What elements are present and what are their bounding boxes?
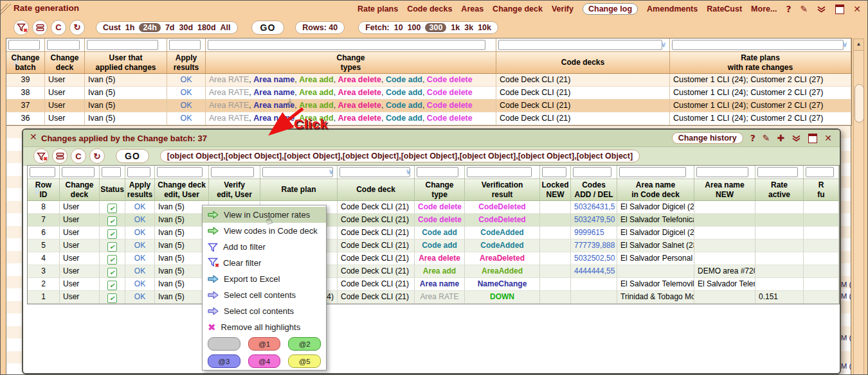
cell-user[interactable]: Ivan (5) xyxy=(85,74,167,87)
cell-batch[interactable]: 36 xyxy=(6,112,45,125)
dialog-row[interactable]: 1 User ✔ OK Ivan (5) 4) Code Deck CLI (2… xyxy=(28,291,839,304)
filter-row-id[interactable] xyxy=(30,167,55,177)
cell-area[interactable]: El Salvador Telefonica xyxy=(617,214,694,227)
fetch-1k[interactable]: 1k xyxy=(451,23,460,32)
highlight-swatch-1[interactable]: @1 xyxy=(248,337,281,351)
cell-locked[interactable] xyxy=(540,291,571,304)
vertical-scrollbar[interactable]: ▲ xyxy=(853,39,864,375)
menu-code-decks[interactable]: Code decks xyxy=(407,4,452,13)
menu-change-deck[interactable]: Change deck xyxy=(493,4,543,13)
cell-editor[interactable]: Ivan (5) xyxy=(155,214,209,227)
menu-areas[interactable]: Areas xyxy=(461,4,484,13)
edit-icon[interactable]: ✎ xyxy=(800,4,808,13)
cell-extra[interactable] xyxy=(804,227,839,240)
cell-code-decks[interactable]: Code Deck CLI (21) xyxy=(496,112,670,125)
col-locked[interactable]: Locked NEW xyxy=(540,179,571,200)
filter-apply[interactable] xyxy=(127,167,150,177)
cell-apply[interactable]: OK xyxy=(125,252,155,265)
cell-types[interactable]: Area RATEArea nameArea addArea deleteCod… xyxy=(206,100,496,112)
cell-deck[interactable]: User xyxy=(45,100,85,112)
cell-area-new[interactable] xyxy=(694,214,755,227)
cell-status[interactable]: ✔ xyxy=(100,227,125,240)
filter-code-decks[interactable] xyxy=(498,40,662,50)
cell-deck[interactable]: User xyxy=(45,87,85,100)
cell-apply[interactable]: OK xyxy=(167,74,206,87)
fetch-300[interactable]: 300 xyxy=(425,23,446,32)
cell-types[interactable]: Area RATEArea nameArea addArea deleteCod… xyxy=(206,112,496,125)
fetch-10k[interactable]: 10k xyxy=(478,23,491,32)
highlight-swatch-2[interactable]: @2 xyxy=(288,337,321,351)
cell-id[interactable]: 5 xyxy=(28,240,60,252)
filter-change-type[interactable] xyxy=(417,167,458,177)
cell-verif[interactable]: AreaAdded xyxy=(465,265,540,278)
cell-type[interactable]: Code delete xyxy=(415,201,465,214)
cell-locked[interactable] xyxy=(540,227,571,240)
cell-editor[interactable]: Ivan (5) xyxy=(155,265,209,278)
dialog-close-icon[interactable]: ✕ xyxy=(30,132,37,141)
cell-editor[interactable]: Ivan (5) xyxy=(155,252,209,265)
dropdown-chevron-icon[interactable]: ∨ xyxy=(329,168,334,176)
col-rate-future[interactable]: R fu xyxy=(804,179,839,200)
cell-extra[interactable] xyxy=(804,278,839,291)
col-change-type[interactable]: Change type xyxy=(415,179,465,200)
cell-status[interactable]: ✔ xyxy=(100,278,125,291)
cell-extra[interactable] xyxy=(804,240,839,252)
change-history-button[interactable]: Change history xyxy=(672,132,743,144)
cell-editor[interactable]: Ivan (5) xyxy=(155,227,209,240)
cell-user[interactable]: Ivan (5) xyxy=(85,112,167,125)
filter-user[interactable] xyxy=(87,40,158,50)
col-change-types[interactable]: Change types xyxy=(206,52,496,73)
fetch-100[interactable]: 100 xyxy=(408,23,421,32)
menu-export-excel[interactable]: Export to Excel xyxy=(203,271,326,287)
table-row[interactable]: 38 User Ivan (5) OK Area RATEArea nameAr… xyxy=(6,87,851,100)
add-icon[interactable]: ✚ xyxy=(777,134,785,143)
filter-editor[interactable] xyxy=(157,167,203,177)
window-icon[interactable] xyxy=(808,134,817,143)
layout-rows-button[interactable] xyxy=(32,20,48,35)
table-row-selected[interactable]: 37 User Ivan (5) OK Area RATEArea nameAr… xyxy=(6,100,851,112)
range-all[interactable]: All xyxy=(221,23,231,32)
filter-code-deck[interactable] xyxy=(339,167,410,177)
cell-extra[interactable] xyxy=(804,265,839,278)
cell-editor[interactable]: Ivan (5) xyxy=(155,201,209,214)
col-user[interactable]: User that applied changes xyxy=(85,52,167,73)
window-icon[interactable] xyxy=(835,4,844,14)
cell-type[interactable]: Code add xyxy=(415,240,465,252)
cell-rate-plans[interactable]: Customer 1 CLI (24); Customer 2 CLI (27) xyxy=(670,112,851,125)
menu-change-log[interactable]: Change log xyxy=(583,3,638,15)
cell-deck[interactable]: User xyxy=(60,201,100,214)
filter-apply-results[interactable] xyxy=(169,40,201,50)
col-area-new[interactable]: Area name NEW xyxy=(694,179,755,200)
cell-code-deck[interactable]: Code Deck CLI (21) xyxy=(338,227,415,240)
cell-id[interactable]: 2 xyxy=(28,278,60,291)
cell-rate[interactable]: 0.151 xyxy=(755,291,804,304)
dialog-row[interactable]: 3 User ✔ OK Ivan (5) Code Deck CLI (21) … xyxy=(28,265,839,278)
filter-verification[interactable] xyxy=(467,167,532,177)
cell-types[interactable]: Area RATEArea nameArea addArea deleteCod… xyxy=(206,87,496,100)
cell-status[interactable]: ✔ xyxy=(100,201,125,214)
col-rate-active[interactable]: Rate active xyxy=(755,179,804,200)
filter-change-types[interactable] xyxy=(208,40,485,50)
menu-select-cell[interactable]: Select cell contents xyxy=(203,287,326,303)
table-row[interactable]: 39 User Ivan (5) OK Area RATEArea nameAr… xyxy=(6,74,851,87)
col-editor[interactable]: Change deck edit, User xyxy=(155,179,209,200)
dialog-row[interactable]: 8 User ✔ OK Ivan (5) Code Deck CLI (21) … xyxy=(28,201,839,214)
clear-filter-button[interactable]: ✖ xyxy=(33,148,49,164)
cell-type[interactable]: Area name xyxy=(415,278,465,291)
cell-verif[interactable]: CodeDeleted xyxy=(465,214,540,227)
help-icon[interactable]: ? xyxy=(786,4,791,13)
filter-locked[interactable] xyxy=(542,167,566,177)
c-button[interactable]: C xyxy=(71,148,86,164)
filter-rate-plan[interactable] xyxy=(262,167,333,177)
cell-rate[interactable] xyxy=(755,214,804,227)
cell-rate[interactable] xyxy=(755,240,804,252)
cell-extra[interactable] xyxy=(804,201,839,214)
dialog-row[interactable]: 2 User ✔ OK Ivan (5) Code Deck CLI (21) … xyxy=(28,278,839,291)
collapse-chevron-icon[interactable] xyxy=(791,135,801,142)
cell-status[interactable]: ✔ xyxy=(100,291,125,304)
filter-codes[interactable] xyxy=(573,167,611,177)
col-apply[interactable]: Apply results xyxy=(125,179,155,200)
cell-editor[interactable]: Ivan (5) xyxy=(155,240,209,252)
menu-clear-filter[interactable]: ✖ Clear filter xyxy=(203,255,326,271)
cell-locked[interactable] xyxy=(540,278,571,291)
